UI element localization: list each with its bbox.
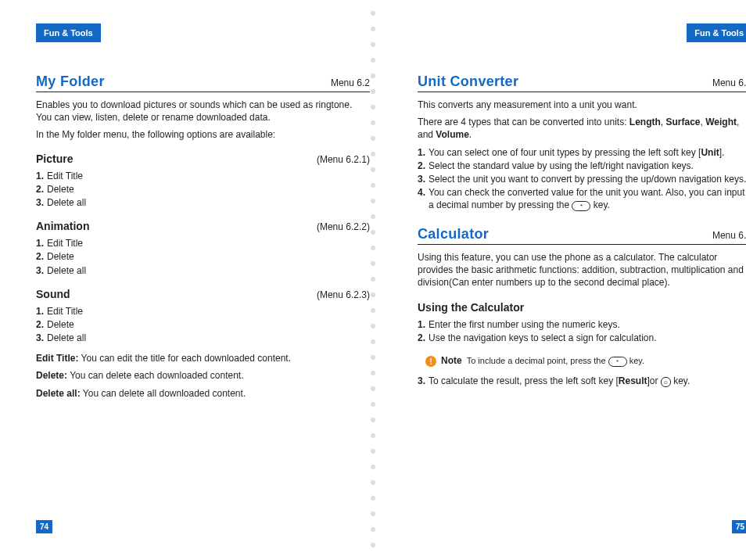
menu-ref-6-2-2: (Menu 6.2.2) [317, 221, 370, 232]
section-my-folder: My Folder Menu 6.2 [36, 74, 370, 92]
heading-my-folder: My Folder [36, 74, 105, 90]
subhead-picture: Picture [36, 153, 73, 165]
unit-para-2: There are 4 types that can be converted … [418, 116, 746, 141]
def-edit-title: Edit Title: You can edit the title for e… [36, 352, 370, 364]
star-key-icon: * [608, 357, 627, 367]
breadcrumb-left: Fun & Tools [36, 23, 101, 42]
intro-para-1: Enables you to download pictures or soun… [36, 99, 370, 124]
menu-ref-6-2-1: (Menu 6.2.1) [317, 154, 370, 165]
section-calculator: Calculator Menu 6.4 [418, 226, 746, 245]
page-right: Fun & Tools Unit Converter Menu 6.3 This… [418, 23, 746, 396]
list-calc-step3: 3.To calculate the result, press the lef… [418, 375, 746, 387]
heading-unit-converter: Unit Converter [418, 74, 518, 90]
list-calc-steps: 1.Enter the first number using the numer… [418, 318, 746, 344]
note-callout: ! NoteTo include a decimal point, press … [425, 355, 746, 367]
nav-key-icon: ☺ [661, 377, 671, 387]
menu-ref-6-3: Menu 6.3 [712, 77, 746, 88]
def-delete: Delete: You can delete each downloaded c… [36, 369, 370, 382]
note-label: Note [441, 355, 462, 366]
list-picture: 1.Edit Title 2.Delete 3.Delete all [36, 170, 370, 210]
list-sound: 1.Edit Title 2.Delete 3.Delete all [36, 305, 370, 345]
subhead-animation: Animation [36, 220, 89, 232]
breadcrumb-right: Fun & Tools [687, 23, 746, 42]
subsection-sound: Sound (Menu 6.2.3) [36, 288, 370, 300]
def-delete-all: Delete all: You can delete all downloade… [36, 387, 370, 400]
menu-ref-6-2-3: (Menu 6.2.3) [317, 289, 370, 300]
section-unit-converter: Unit Converter Menu 6.3 [418, 74, 746, 92]
page-number-left: 74 [36, 520, 52, 533]
heading-calculator: Calculator [418, 226, 489, 242]
list-unit-steps: 1.You can select one of four unit types … [418, 146, 746, 212]
subsection-animation: Animation (Menu 6.2.2) [36, 220, 370, 232]
menu-ref-6-4: Menu 6.4 [712, 230, 746, 241]
page-number-right: 75 [732, 520, 746, 533]
subhead-sound: Sound [36, 288, 70, 300]
page-left: Fun & Tools My Folder Menu 6.2 Enables y… [36, 23, 370, 404]
calc-para: Using this feature, you can use the phon… [418, 251, 746, 289]
subsection-picture: Picture (Menu 6.2.1) [36, 153, 370, 165]
list-animation: 1.Edit Title 2.Delete 3.Delete all [36, 237, 370, 277]
spiral-binding [371, 0, 375, 560]
alert-icon: ! [425, 356, 436, 367]
menu-ref-6-2: Menu 6.2 [331, 77, 370, 88]
subhead-using-calculator: Using the Calculator [418, 301, 746, 314]
intro-para-2: In the My folder menu, the following opt… [36, 128, 370, 141]
unit-para-1: This converts any measurement into a uni… [418, 99, 746, 111]
star-key-icon: * [572, 201, 590, 211]
